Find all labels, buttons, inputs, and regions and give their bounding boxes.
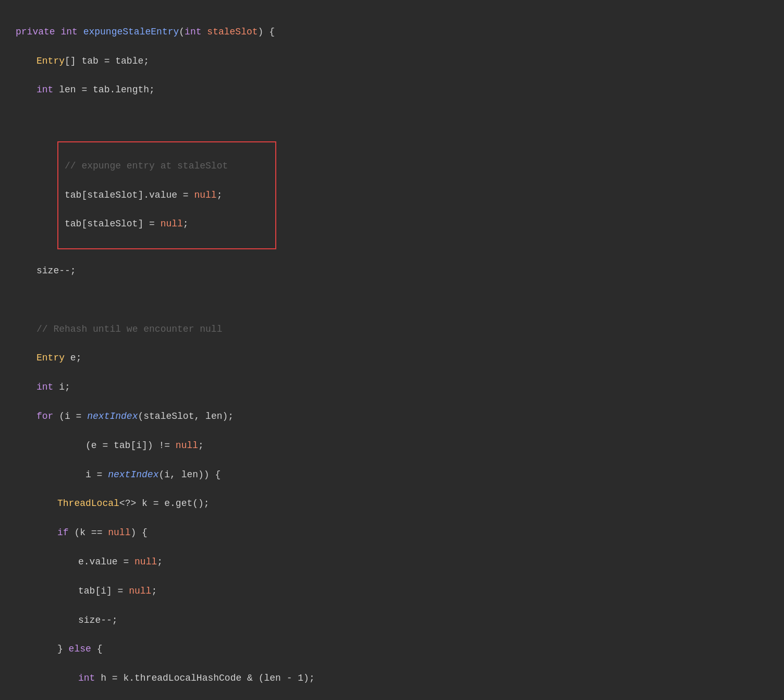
- code-line: size--;: [78, 613, 768, 628]
- code-line: [16, 112, 768, 127]
- code-line: for (i = nextIndex(staleSlot, len);: [36, 409, 768, 424]
- code-line: Entry e;: [36, 351, 768, 366]
- code-line: } else {: [57, 642, 768, 657]
- code-viewer: private int expungeStaleEntry(int staleS…: [16, 10, 768, 700]
- code-line: tab[staleSlot].value = null;: [65, 188, 269, 203]
- code-line: // Rehash until we encounter null: [36, 322, 768, 337]
- code-line: tab[staleSlot] = null;: [65, 217, 269, 232]
- code-line: tab[i] = null;: [78, 584, 768, 599]
- code-line: i = nextIndex(i, len)) {: [57, 468, 768, 482]
- code-line: ThreadLocal<?> k = e.get();: [57, 497, 768, 511]
- code-line: int h = k.threadLocalHashCode & (len - 1…: [78, 671, 768, 686]
- code-line: // expunge entry at staleSlot: [65, 159, 269, 174]
- code-line: int len = tab.length;: [36, 83, 768, 98]
- code-line: if (k == null) {: [57, 526, 768, 540]
- code-line: (e = tab[i]) != null;: [57, 439, 768, 453]
- code-line: Entry[] tab = table;: [36, 54, 768, 69]
- highlighted-block: // expunge entry at staleSlot tab[staleS…: [57, 141, 276, 249]
- code-line: private int expungeStaleEntry(int staleS…: [16, 25, 768, 40]
- code-line: size--;: [36, 264, 768, 279]
- code-line: int i;: [36, 380, 768, 395]
- code-line: [16, 293, 768, 308]
- code-line: e.value = null;: [78, 555, 768, 570]
